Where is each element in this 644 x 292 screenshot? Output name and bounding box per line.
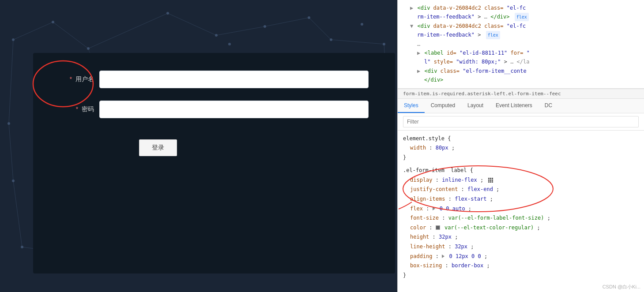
html-tree-line-3: … [403,40,639,49]
css-selector-form-item-label: .el-form-item label { [403,166,639,176]
svg-line-29 [309,18,331,40]
css-prop-justify-content: justify-content : flex-end ; [403,185,639,195]
html-tree: ▶ <div data-v-26084dc2 class= "el-fc rm-… [398,0,644,89]
padding-arrow-icon [442,255,444,258]
css-prop-font-size: font-size : var(--el-form-label-font-siz… [403,213,639,223]
flex-badge-1: flex [515,13,529,21]
html-tree-line-4: ▶ <label id= "el-id-8811-11" for= " [403,49,639,57]
username-input[interactable] [99,71,369,88]
breadcrumb-bar: form-item.is-required.asterisk-left.el-f… [398,89,644,99]
css-prop-box-sizing: box-sizing : border-box ; [403,261,639,271]
app-panel: * 用户名 * 密码 登录 [0,0,397,292]
username-required-star: * [70,75,72,82]
password-required-star: * [76,105,78,112]
css-prop-width: width : 80px ; [403,143,639,153]
svg-line-30 [331,40,384,44]
filter-bar [398,113,644,131]
svg-line-26 [168,13,216,35]
css-selector-element-style: element.style { [403,134,639,144]
svg-line-25 [88,13,168,49]
login-button[interactable]: 登录 [139,139,177,156]
password-label: * 密码 [60,105,99,113]
devtools-panel: ▶ <div data-v-26084dc2 class= "el-fc rm-… [397,0,644,292]
login-box: * 用户名 * 密码 登录 [33,53,395,273]
html-tree-line-1b: rm-item--feedback" > … </div> flex [403,12,639,21]
svg-point-5 [228,43,231,45]
svg-line-31 [9,40,13,124]
tab-event-listeners[interactable]: Event Listeners [490,99,539,113]
html-tree-line-2: ▼ <div data-v-26084dc2 class= "el-fc [403,22,639,30]
css-prop-padding: padding : 0 12px 0 0 ; [403,252,639,262]
devtools-tabs: Styles Computed Layout Event Listeners D… [398,99,644,113]
css-block-form-item-label: .el-form-item label { display : inline-f… [403,166,639,280]
svg-line-24 [53,22,88,49]
css-prop-color: color : var(--el-text-color-regular) ; [403,223,639,233]
username-label: * 用户名 [60,75,99,83]
password-label-text: 密码 [82,105,94,112]
css-prop-height: height : 32px ; [403,232,639,242]
css-block-element-style: element.style { width : 80px ; } [403,134,639,163]
html-tree-line-5: ▶ <div class= "el-form-item__conte [403,67,639,75]
login-button-row: 登录 [60,135,177,156]
svg-line-27 [216,26,265,35]
css-prop-flex: flex : 0 0 auto ; [403,204,639,214]
tab-styles[interactable]: Styles [398,99,425,113]
expand-icon-4[interactable]: ▶ [417,50,420,56]
css-closing-brace-2: } [403,271,639,281]
filter-input[interactable] [403,116,639,127]
flex-arrow-icon [433,207,435,210]
html-tree-line-1: ▶ <div data-v-26084dc2 class= "el-fc [403,4,639,12]
grid-icon [488,178,493,183]
css-closing-brace-1: } [403,153,639,163]
svg-line-28 [265,18,309,26]
svg-line-32 [9,124,13,181]
css-prop-align-items: align-items : flex-start ; [403,195,639,204]
expand-icon-2[interactable]: ▼ [410,23,413,29]
username-label-text: 用户名 [75,75,94,82]
css-prop-display: display : inline-flex ; [403,176,639,185]
tab-layout[interactable]: Layout [461,99,490,113]
breadcrumb-text: form-item.is-required.asterisk-left.el-f… [403,91,561,97]
flex-badge-2: flex [486,31,500,39]
expand-icon-5[interactable]: ▶ [417,68,420,74]
expand-icon-1[interactable]: ▶ [410,5,413,11]
svg-line-33 [13,181,22,247]
css-rules-panel: element.style { width : 80px ; } .el-for… [398,131,644,292]
color-swatch [436,225,440,230]
username-row: * 用户名 [60,71,369,88]
html-tree-line-5b: </div> [403,75,639,84]
password-input[interactable] [99,101,369,118]
html-tree-line-4b: l" style= "width: 80px;" > … </la [403,57,639,66]
tab-computed[interactable]: Computed [425,99,461,113]
svg-line-23 [13,22,53,40]
css-prop-line-height: line-height : 32px ; [403,242,639,252]
svg-point-9 [361,23,363,26]
html-tree-line-2b: rm-item--feedback" > flex [403,30,639,39]
tab-dc[interactable]: DC [539,99,558,113]
csdn-watermark: CSDN @白小Ki... [603,284,640,290]
password-row: * 密码 [60,101,369,118]
